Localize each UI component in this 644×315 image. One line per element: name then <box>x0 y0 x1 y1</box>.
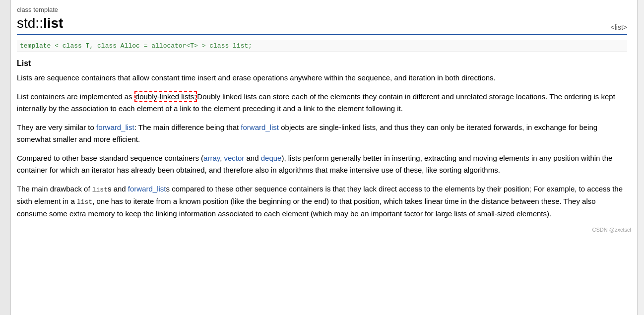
paragraph-1-text: Lists are sequence containers that allow… <box>17 73 496 82</box>
p4-text-1: Compared to other base standard sequence… <box>17 154 203 162</box>
array-link[interactable]: array <box>203 154 220 162</box>
main-content: class template std::list <list> template… <box>11 0 637 237</box>
title-divider <box>17 34 627 35</box>
paragraph-1: Lists are sequence containers that allow… <box>17 72 627 84</box>
p3-text-1: They are very similar to <box>17 123 96 131</box>
forward-lists-link[interactable]: forward_list <box>128 185 166 193</box>
paragraph-2: List containers are implemented as doubl… <box>17 91 627 115</box>
p5-text-1: The main drawback of <box>17 185 92 193</box>
p5-text-4: , one has to iterate from a known positi… <box>17 197 596 218</box>
p3-text-2: : The main difference being that <box>134 123 241 131</box>
title-row: std::list <list> <box>17 15 627 31</box>
forward-list-link-1[interactable]: forward_list <box>96 123 134 131</box>
template-code: template < class T, class Alloc = alloca… <box>17 40 627 52</box>
forward-list-link-2[interactable]: forward_list <box>241 123 279 131</box>
paragraph-3: They are very similar to forward_list: T… <box>17 122 627 145</box>
class-label: class template <box>17 6 627 13</box>
list-code-1: list <box>92 186 108 193</box>
p2-text-1: List containers are implemented as <box>17 92 134 101</box>
paragraph-5: The main drawback of lists and forward_l… <box>17 183 627 220</box>
std-list: list <box>43 15 63 31</box>
watermark: CSDN @zxctscl <box>592 227 631 233</box>
vector-link[interactable]: vector <box>224 154 244 162</box>
list-nav: <list> <box>611 23 627 31</box>
selection-highlight: doubly-linked lists; <box>134 91 197 102</box>
std-prefix: std:: <box>17 15 43 31</box>
list-code-2: list <box>77 198 92 206</box>
title: std::list <box>17 15 63 31</box>
section-title: List <box>17 59 627 68</box>
p4-text-3: and <box>244 154 260 162</box>
left-sidebar <box>0 0 11 315</box>
p5-text-2: s and <box>108 185 128 193</box>
scrollbar[interactable] <box>637 0 644 315</box>
paragraph-4: Compared to other base standard sequence… <box>17 152 627 176</box>
deque-link[interactable]: deque <box>261 154 282 162</box>
